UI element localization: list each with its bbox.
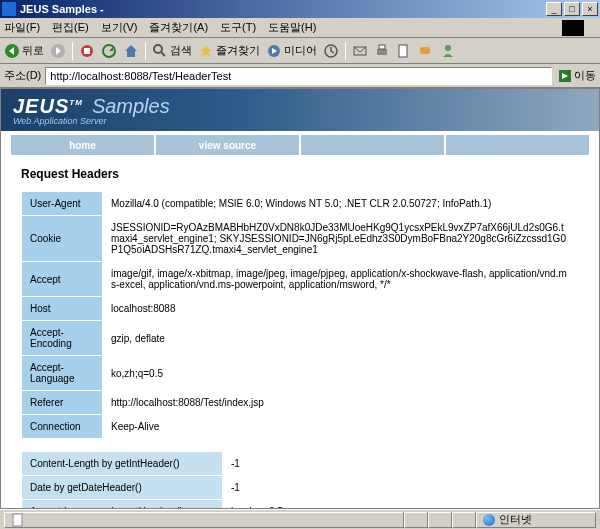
svg-rect-3 [84,48,90,54]
menu-edit[interactable]: 편집(E) [52,20,89,35]
menu-file[interactable]: 파일(F) [4,20,40,35]
mail-icon [352,43,368,59]
refresh-icon [101,43,117,59]
brand-icon [562,20,584,36]
header-key: Cookie [22,216,102,261]
header-key: Accept [22,262,102,296]
header-value: JSESSIONID=RyOAzBMABHbHZ0VxDN8k0JDe33MUo… [103,216,578,261]
separator [345,42,346,60]
samples-text: Samples [92,95,170,117]
back-icon [4,43,20,59]
page-banner: JEUSTM Samples Web Application Server [1,89,599,131]
header-value: ko,zh;q=0.5 [103,356,578,390]
header-value: localhost:8088 [103,297,578,320]
header-key: Host [22,297,102,320]
close-button[interactable]: × [582,2,598,16]
status-text [4,512,404,528]
header-key: Connection [22,415,102,438]
svg-point-14 [445,45,451,51]
menu-favorites[interactable]: 즐겨찾기(A) [149,20,208,35]
header-key: Accept-Encoding [22,321,102,355]
refresh-button[interactable] [101,43,117,59]
status-cell [404,512,428,528]
go-icon [558,69,572,83]
table-row: Accept-Languageko,zh;q=0.5 [22,356,578,390]
forward-button[interactable] [50,43,66,59]
window-titlebar: JEUS Samples - _ □ × [0,0,600,18]
header-value: Mozilla/4.0 (compatible; MSIE 6.0; Windo… [103,192,578,215]
table-row: CookieJSESSIONID=RyOAzBMABHbHZ0VxDN8k0JD… [22,216,578,261]
favorites-label: 즐겨찾기 [216,43,260,58]
ie-icon [2,2,16,16]
mail-button[interactable] [352,43,368,59]
back-button[interactable]: 뒤로 [4,43,44,59]
menu-help[interactable]: 도움말(H) [268,20,316,35]
star-icon [198,43,214,59]
forward-icon [50,43,66,59]
header-value: Keep-Alive [103,415,578,438]
tab-view-source[interactable]: view source [156,135,299,155]
table-row: Refererhttp://localhost:8088/Test/index.… [22,391,578,414]
discuss-button[interactable] [418,43,434,59]
page-icon [11,513,25,527]
print-button[interactable] [374,43,390,59]
svg-rect-10 [377,49,387,55]
history-button[interactable] [323,43,339,59]
status-cell [452,512,476,528]
page-heading: Request Headers [21,167,579,181]
svg-rect-12 [399,45,407,57]
favorites-button[interactable]: 즐겨찾기 [198,43,260,59]
media-icon [266,43,282,59]
edit-button[interactable] [396,43,412,59]
go-button[interactable]: 이동 [558,68,596,83]
stop-button[interactable] [79,43,95,59]
address-input[interactable] [45,67,552,85]
separator [145,42,146,60]
table-row: Content-Length by getIntHeader()-1 [22,452,578,475]
media-label: 미디어 [284,43,317,58]
header-value: http://localhost:8088/Test/index.jsp [103,391,578,414]
svg-point-5 [154,45,162,53]
minimize-button[interactable]: _ [546,2,562,16]
extra-headers-table: Content-Length by getIntHeader()-1Date b… [21,451,579,509]
svg-rect-11 [379,45,385,49]
menu-tools[interactable]: 도구(T) [220,20,256,35]
request-headers-table: User-AgentMozilla/4.0 (compatible; MSIE … [21,191,579,439]
svg-rect-13 [420,47,430,54]
menu-view[interactable]: 보기(V) [101,20,138,35]
table-row: Hostlocalhost:8088 [22,297,578,320]
go-label: 이동 [574,68,596,83]
toolbar: 뒤로 검색 즐겨찾기 미디어 [0,38,600,64]
home-button[interactable] [123,43,139,59]
tab-blank-1[interactable] [301,135,444,155]
messenger-button[interactable] [440,43,456,59]
print-icon [374,43,390,59]
zone-cell: 인터넷 [476,512,596,528]
extra-key: Content-Length by getIntHeader() [22,452,222,475]
globe-icon [483,514,495,526]
address-bar: 주소(D) 이동 [0,64,600,88]
menu-bar: 파일(F) 편집(E) 보기(V) 즐겨찾기(A) 도구(T) 도움말(H) [0,18,600,38]
page-body: Request Headers User-AgentMozilla/4.0 (c… [1,157,599,509]
logo-subtitle: Web Application Server [13,116,170,126]
maximize-button[interactable]: □ [564,2,580,16]
media-button[interactable]: 미디어 [266,43,317,59]
edit-icon [396,43,412,59]
extra-key: Accept-Language by getHeaders() [22,500,222,509]
zone-label: 인터넷 [499,512,532,527]
tab-home[interactable]: home [11,135,154,155]
messenger-icon [440,43,456,59]
tab-strip: home view source [1,131,599,157]
extra-value: ko,zh;q=0.5 [223,500,578,509]
browser-viewport: JEUSTM Samples Web Application Server ho… [0,88,600,509]
extra-value: -1 [223,452,578,475]
search-button[interactable]: 검색 [152,43,192,59]
svg-line-6 [161,52,165,56]
header-value: gzip, deflate [103,321,578,355]
tab-blank-2[interactable] [446,135,589,155]
back-label: 뒤로 [22,43,44,58]
table-row: User-AgentMozilla/4.0 (compatible; MSIE … [22,192,578,215]
table-row: Date by getDateHeader()-1 [22,476,578,499]
address-label: 주소(D) [4,68,41,83]
search-icon [152,43,168,59]
